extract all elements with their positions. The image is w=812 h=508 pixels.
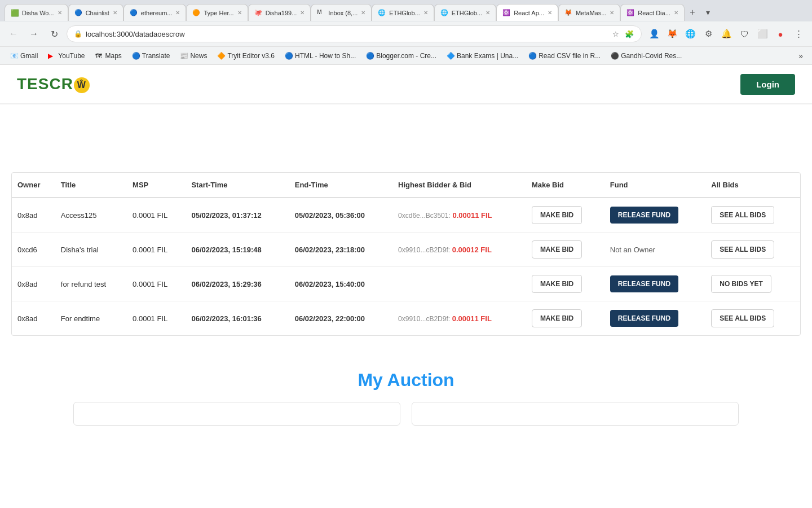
tab-disha-wo[interactable]: 🟩 Disha Wo... ✕	[5, 4, 68, 21]
see-all-bids-button-4[interactable]: SEE ALL BIDS	[711, 309, 774, 327]
bookmark-csv[interactable]: 🔵 Read CSV file in R...	[524, 51, 605, 61]
extension-puzzle-icon[interactable]: 🧩	[624, 29, 634, 39]
sidebar-icon[interactable]: ⬜	[754, 26, 770, 42]
tab-close-2[interactable]: ✕	[113, 10, 117, 16]
see-all-bids-button-1[interactable]: SEE ALL BIDS	[711, 206, 774, 224]
bookmark-tryit[interactable]: 🔶 Tryit Editor v3.6	[213, 51, 279, 61]
release-fund-button-1[interactable]: RELEASE FUND	[610, 207, 678, 224]
tab-label-5: Disha199...	[266, 10, 297, 16]
tab-ethglobals1[interactable]: 🌐 ETHGlob... ✕	[372, 4, 434, 21]
tab-close-4[interactable]: ✕	[237, 10, 242, 16]
gmail-icon: 📧	[10, 52, 18, 60]
more-options-icon[interactable]: ⋮	[791, 26, 806, 42]
tab-chainlist[interactable]: 🔵 Chainlist ✕	[68, 4, 123, 21]
bidder-addr-2: 0x9910...cB2D9f:	[398, 246, 450, 254]
extension1-icon[interactable]: 🌐	[682, 26, 698, 42]
bookmark-news[interactable]: 📰 News	[175, 51, 211, 61]
record-icon[interactable]: ●	[773, 26, 788, 42]
tab-label-2: Chainlist	[86, 10, 109, 16]
bookmark-translate[interactable]: 🔵 Translate	[127, 51, 175, 61]
cell-msp-3: 0.0001 FIL	[127, 267, 186, 301]
more-tabs-button[interactable]: ▾	[700, 5, 716, 20]
bookmark-blogger[interactable]: 🔵 Blogger.com - Cre...	[361, 51, 441, 61]
bookmark-bank[interactable]: 🔷 Bank Exams | Una...	[442, 51, 523, 61]
tab-favicon-7: 🌐	[378, 9, 386, 17]
make-bid-button-2[interactable]: MAKE BID	[532, 240, 582, 259]
bookmark-gandhi[interactable]: ⚫ Gandhi-Covid Res...	[606, 51, 686, 61]
reload-button[interactable]: ↻	[46, 26, 62, 42]
tab-metamask[interactable]: 🦊 MetaMas... ✕	[558, 4, 620, 21]
bookmark-label-gandhi: Gandhi-Covid Res...	[621, 52, 682, 60]
cell-owner-4: 0x8ad	[12, 301, 55, 336]
cell-make-bid-4: MAKE BID	[526, 301, 604, 336]
bookmark-label-bank: Bank Exams | Una...	[457, 52, 518, 60]
cell-all-bids-1: SEE ALL BIDS	[705, 198, 800, 233]
cell-fund-3: RELEASE FUND	[604, 267, 706, 301]
address-bar[interactable]: 🔒 localhost:3000/datadaoescrow ☆ 🧩	[67, 25, 642, 42]
bookmark-maps[interactable]: 🗺 Maps	[91, 51, 126, 61]
tab-inbox[interactable]: M Inbox (8,... ✕	[311, 4, 372, 21]
extension2-icon[interactable]: ⚙	[700, 26, 716, 42]
cell-end-3: 06/02/2023, 15:40:00	[289, 267, 392, 301]
cell-start-2: 06/02/2023, 15:19:48	[186, 233, 289, 267]
start-date-bold-2: 06/02/2023, 15:19:48	[191, 246, 261, 254]
tab-close-6[interactable]: ✕	[361, 10, 365, 16]
bookmark-youtube[interactable]: ▶ YouTube	[43, 51, 89, 61]
forward-button[interactable]: →	[26, 26, 42, 42]
bookmark-label-maps: Maps	[105, 52, 122, 60]
bookmark-html[interactable]: 🔵 HTML - How to Sh...	[280, 51, 360, 61]
col-title: Title	[55, 173, 127, 198]
table-header: Owner Title MSP Start-Time End-Time High…	[12, 173, 800, 198]
new-tab-button[interactable]: +	[685, 5, 700, 20]
tab-ethglobals2[interactable]: 🌐 ETHGlob... ✕	[434, 4, 496, 21]
tab-label-8: ETHGlob...	[452, 10, 482, 16]
bookmarks-bar: 📧 Gmail ▶ YouTube 🗺 Maps 🔵 Translate 📰 N…	[0, 46, 812, 64]
tab-type-here[interactable]: 🟠 Type Her... ✕	[186, 4, 248, 21]
tab-label-3: ethereum...	[141, 10, 173, 16]
profile-icon[interactable]: 👤	[646, 26, 662, 42]
cell-fund-1: RELEASE FUND	[604, 198, 706, 233]
cell-owner-3: 0x8ad	[12, 267, 55, 301]
tab-close-5[interactable]: ✕	[300, 10, 304, 16]
extension4-icon[interactable]: 🛡	[736, 26, 752, 42]
make-bid-button-1[interactable]: MAKE BID	[532, 206, 582, 224]
cell-owner-1: 0x8ad	[12, 198, 55, 233]
bookmarks-more-button[interactable]: »	[795, 50, 806, 62]
tab-close-3[interactable]: ✕	[175, 10, 180, 16]
tab-close-8[interactable]: ✕	[486, 10, 490, 16]
tab-favicon-1: 🟩	[11, 9, 19, 17]
not-owner-text-2: Not an Owner	[610, 246, 655, 254]
end-date-bold-1: 05/02/2023, 05:36:00	[295, 211, 365, 220]
cell-title-1: Access125	[55, 198, 127, 233]
release-fund-button-3[interactable]: RELEASE FUND	[610, 275, 678, 292]
see-all-bids-button-2[interactable]: SEE ALL BIDS	[711, 240, 774, 259]
tab-disha199[interactable]: 🐙 Disha199... ✕	[248, 4, 311, 21]
tab-bar: 🟩 Disha Wo... ✕ 🔵 Chainlist ✕ 🔵 ethereum…	[0, 0, 812, 21]
tab-close-7[interactable]: ✕	[423, 10, 428, 16]
address-text: localhost:3000/datadaoescrow	[86, 30, 607, 38]
extension3-icon[interactable]: 🔔	[718, 26, 734, 42]
tab-favicon-5: 🐙	[254, 9, 262, 17]
tab-react-app[interactable]: ⚛️ React Ap... ✕	[496, 4, 558, 21]
make-bid-button-3[interactable]: MAKE BID	[532, 275, 582, 293]
back-button[interactable]: ←	[6, 26, 21, 42]
my-auction-section: My Auction	[0, 347, 812, 459]
tab-close-10[interactable]: ✕	[610, 10, 614, 16]
tab-close-9[interactable]: ✕	[548, 10, 552, 16]
tab-react-dia[interactable]: ⚛️ React Dia... ✕	[620, 4, 684, 21]
bid-amount-2: 0.00012 FIL	[452, 246, 492, 254]
col-owner: Owner	[12, 173, 55, 198]
bookmark-gmail[interactable]: 📧 Gmail	[6, 51, 42, 61]
make-bid-button-4[interactable]: MAKE BID	[532, 309, 582, 327]
bookmark-star-icon[interactable]: ☆	[611, 29, 621, 39]
tab-close-1[interactable]: ✕	[58, 10, 62, 16]
tab-close-11[interactable]: ✕	[674, 10, 678, 16]
login-button[interactable]: Login	[740, 74, 795, 95]
address-icons: ☆ 🧩	[611, 29, 634, 39]
auctions-table: Owner Title MSP Start-Time End-Time High…	[12, 173, 800, 335]
tab-ethereum[interactable]: 🔵 ethereum... ✕	[123, 4, 187, 21]
tryit-icon: 🔶	[217, 52, 225, 60]
fox-icon[interactable]: 🦊	[664, 26, 680, 42]
end-date-bold-4: 06/02/2023, 22:00:00	[295, 314, 365, 323]
release-fund-button-4[interactable]: RELEASE FUND	[610, 310, 678, 327]
